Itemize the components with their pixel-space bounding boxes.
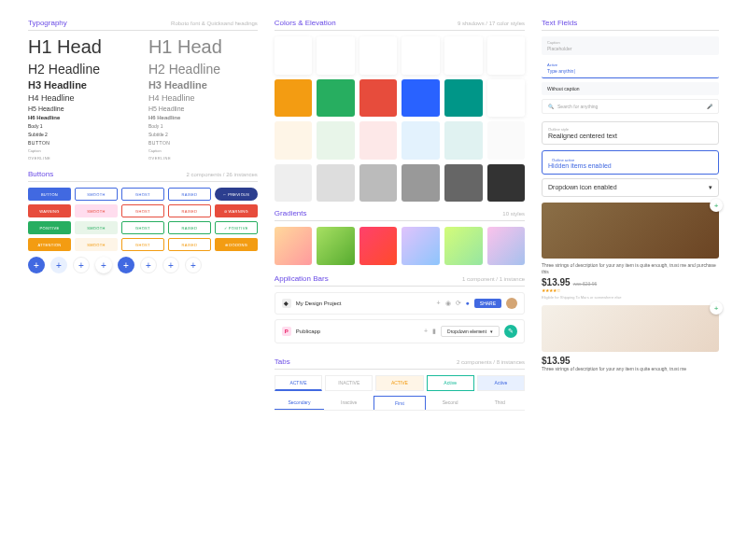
fab-add-outline[interactable]: + — [73, 257, 90, 273]
swatch-teal-light — [444, 121, 483, 160]
tab-third[interactable]: Third — [475, 396, 525, 410]
button-dodong[interactable]: ⊕ DODONG — [215, 238, 258, 251]
swatch-green-light — [317, 121, 355, 160]
tab-first[interactable]: First — [374, 396, 425, 410]
add-to-cart-fab[interactable]: + — [710, 301, 723, 315]
trash-icon[interactable]: ▮ — [432, 328, 436, 335]
search-field[interactable]: 🔍 Search for anything 🎤 — [542, 99, 719, 114]
fab-add-blue[interactable]: + — [28, 257, 45, 273]
button-ghost-orange[interactable]: GHOST — [121, 238, 164, 251]
text-field-nocaption[interactable]: Without caption — [542, 82, 719, 95]
button-raised-green[interactable]: RAISED — [168, 221, 211, 234]
typography-subtitle: Roboto font & Quicksand headings — [171, 21, 258, 26]
dropdown-element[interactable]: Dropdown element▾ — [441, 326, 500, 337]
swatch-red — [359, 79, 398, 118]
outline-value: Realigned centered text — [548, 133, 712, 139]
outline-field-active[interactable]: Outline active Hidden items enabled — [542, 150, 719, 175]
button-attention[interactable]: ATTENTION — [28, 238, 71, 251]
tab-second[interactable]: Second — [426, 396, 475, 410]
plus-icon[interactable]: + — [436, 300, 440, 306]
h6-sample: H6 Headline — [28, 115, 137, 120]
button-smooth-orange[interactable]: SMOOTH — [75, 238, 118, 251]
h5-sample-light: H5 Headline — [148, 105, 258, 112]
button-ghost-green[interactable]: GHOST — [121, 221, 164, 234]
body1-sample-light: Body 1 — [148, 123, 258, 129]
fab-add-light[interactable]: + — [50, 257, 67, 273]
overline-sample: OVERLINE — [28, 156, 137, 161]
edit-fab[interactable]: ✎ — [504, 325, 517, 338]
share-button[interactable]: SHARE — [474, 299, 501, 308]
dot-icon[interactable]: ● — [466, 300, 470, 306]
buttons-subtitle: 2 components / 26 instances — [186, 172, 257, 177]
caption-sample-light: Caption — [148, 148, 258, 153]
tab-inactive-2[interactable]: Inactive — [324, 396, 374, 410]
tabs-subtitle: 2 components / 8 instances — [457, 359, 525, 365]
h1-sample: H1 Head — [28, 36, 137, 58]
button-smooth-green[interactable]: SMOOTH — [75, 221, 118, 234]
mic-icon[interactable]: 🎤 — [707, 104, 712, 109]
button-positive[interactable]: POSITIVE — [28, 221, 71, 234]
subtitle2-sample: Subtitle 2 — [28, 132, 137, 137]
swatch-offwhite — [487, 121, 526, 160]
tab-secondary[interactable]: Secondary — [275, 396, 324, 410]
tab-active-orange[interactable]: ACTIVE — [375, 375, 423, 391]
avatar[interactable] — [506, 298, 517, 309]
text-field-active[interactable]: Active Type anythin| — [542, 59, 719, 78]
product-price-old: was $23.95 — [573, 281, 598, 287]
swatch-orange-light — [275, 121, 313, 160]
product-image-boots — [542, 203, 719, 259]
button-smooth-blue[interactable]: SMOOTH — [75, 188, 118, 201]
swatch-green — [317, 79, 355, 118]
button-raised-blue[interactable]: RAISED — [168, 188, 211, 201]
chevron-down-icon: ▾ — [709, 184, 712, 191]
swatch-gray3 — [359, 164, 398, 203]
fab-add-outline3[interactable]: + — [162, 257, 179, 273]
gradient-pink — [487, 227, 526, 265]
tab-inactive[interactable]: INACTIVE — [325, 375, 373, 391]
button-ghost-red[interactable]: GHOST — [121, 204, 164, 217]
h3-sample-light: H3 Headline — [148, 79, 258, 91]
add-to-cart-fab[interactable]: + — [710, 199, 723, 212]
swatch-gray4 — [402, 164, 440, 203]
appbar-1: ◆ My Design Project + ◉ ⟳ ● SHARE — [275, 292, 525, 315]
button-ghost-blue[interactable]: GHOST — [121, 188, 164, 201]
sync-icon[interactable]: ⟳ — [456, 300, 461, 307]
swatch-orange — [275, 79, 313, 118]
dropdown-field[interactable]: Dropdown icon enabled ▾ — [542, 178, 719, 197]
eye-icon[interactable]: ◉ — [445, 300, 451, 307]
button-primary[interactable]: BUTTON — [28, 188, 71, 201]
swatch-shadow — [402, 36, 440, 75]
text-field-caption[interactable]: Caption Placeholder — [542, 36, 719, 55]
fab-add-blue2[interactable]: + — [118, 257, 134, 273]
gradient-purple — [402, 227, 440, 265]
tab-active-blue[interactable]: Active — [477, 375, 525, 391]
button-warning-icon[interactable]: ⊘ WARNING — [215, 204, 258, 217]
swatch-shadow — [444, 36, 483, 75]
fab-add-outline4[interactable]: + — [185, 257, 202, 273]
outline-field[interactable]: Outline style Realigned centered text — [542, 121, 719, 145]
button-previous[interactable]: ← PREVIOUS — [215, 188, 258, 201]
button-positive-icon[interactable]: ✓ POSITIVE — [215, 221, 258, 234]
swatch-gray6 — [487, 164, 526, 203]
outline-active-value: Hidden items enabled — [548, 162, 712, 169]
tab-active[interactable]: ACTIVE — [275, 375, 322, 391]
product-price: $13.95 — [542, 277, 571, 287]
gradient-red — [359, 227, 398, 265]
button-smooth-red[interactable]: SMOOTH — [75, 204, 118, 217]
appbar-title: My Design Project — [296, 301, 432, 306]
product-price-2: $13.95 — [542, 356, 719, 366]
color-swatches — [275, 36, 525, 202]
button-raised-orange[interactable]: RAISED — [168, 238, 211, 251]
fab-add-outline2[interactable]: + — [140, 257, 157, 273]
product-image-ceramics — [542, 305, 719, 352]
overline-sample-light: OVERLINE — [148, 156, 258, 161]
button-warning[interactable]: WARNING — [28, 204, 71, 217]
typography-title: Typography — [28, 19, 67, 27]
rating-stars: ★★★★☆ — [542, 287, 719, 293]
app-logo-icon: ◆ — [282, 299, 291, 308]
plus-icon[interactable]: + — [424, 328, 428, 334]
tab-active-teal[interactable]: Active — [427, 375, 474, 391]
button-raised-red[interactable]: RAISED — [168, 204, 211, 217]
h6-sample-light: H6 Headline — [148, 115, 258, 120]
fab-add-shadow[interactable]: + — [95, 257, 112, 273]
